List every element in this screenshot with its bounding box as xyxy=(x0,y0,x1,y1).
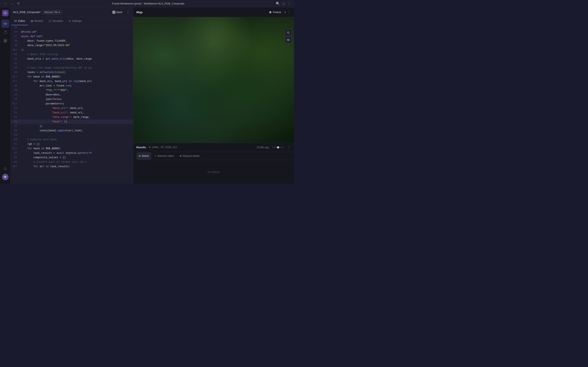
line-num-62: 62 ▾ xyxy=(11,146,20,151)
results-tab-stdout[interactable]: Stdout xyxy=(136,152,151,160)
extensions-button[interactable]: ◻ xyxy=(282,2,285,6)
code-line-62: 62 ▾ for band in RGB_BANDS: xyxy=(11,146,133,151)
code-line-35: 35 xyxy=(11,25,133,30)
freeze-button[interactable]: Freeze xyxy=(267,10,283,15)
svg-rect-11 xyxy=(113,11,114,12)
zoom-button[interactable]: 🔍 xyxy=(276,2,280,6)
line-num-57: 57 xyxy=(11,124,20,128)
line-num-63: 63 xyxy=(11,151,20,155)
results-slider-track xyxy=(272,147,284,148)
line-content-65: # Convert back to format with nan's xyxy=(20,160,133,164)
line-num-64: 64 xyxy=(11,155,20,160)
main-layout: M HLS_RGB_Composite* Manual: Tile ▾ Save… xyxy=(0,7,294,184)
tab-settings[interactable]: ⚙ Settings xyxy=(66,17,85,25)
editor-header: HLS_RGB_Composite* Manual: Tile ▾ Save ⋮ xyxy=(11,7,133,17)
line-content-57: }) xyxy=(20,124,133,128)
line-content-55: "date_range": date_range, xyxy=(20,115,133,119)
code-line-38: 38 bbox: fused.types.TileGDF, xyxy=(11,39,133,43)
settings-tab-icon: ⚙ xyxy=(69,20,71,22)
code-line-46: 46 ▾ for band in RGB_BANDS: xyxy=(11,75,133,79)
manual-tile-badge[interactable]: Manual: Tile ▾ xyxy=(42,10,62,15)
line-num-54: 54 xyxy=(11,110,20,115)
tab-module[interactable]: ▦ Module xyxy=(28,17,46,25)
line-content-42: band_urls = get_band_urls(bbox, date_ran… xyxy=(20,57,133,61)
logo[interactable] xyxy=(1,9,9,17)
editor-tabs: ⟨/⟩ Editor ▦ Module ◫ Visualize ⚙ Settin… xyxy=(11,17,133,25)
code-line-48: 48 arr_task = fused.run( xyxy=(11,83,133,88)
svg-point-17 xyxy=(287,32,289,33)
code-line-63: 63 task_results = await asyncio.gather(*… xyxy=(11,151,133,155)
tab-visualize[interactable]: ◫ Visualize xyxy=(46,17,66,25)
code-editor[interactable]: 35 36 @fused.udf 37 async def udf( 38 bb… xyxy=(11,25,133,184)
code-line-41: 41 # Query STAC catalog xyxy=(11,52,133,57)
code-line-37: 37 async def udf( xyxy=(11,34,133,39)
map-controls xyxy=(285,29,292,43)
editor-more-button[interactable]: ⋮ xyxy=(126,9,130,15)
back-button[interactable]: ← xyxy=(3,1,8,6)
map-search-button[interactable] xyxy=(285,29,292,36)
tab-editor[interactable]: ⟨/⟩ Editor xyxy=(11,17,28,25)
code-line-58: 58 tasks[band].append(arr_task) xyxy=(11,128,133,133)
line-num-37: 37 xyxy=(11,34,20,39)
line-num-46: 46 ▾ xyxy=(11,75,20,79)
line-content-39: date_range="2023-05/2023-06" xyxy=(20,43,133,48)
sidebar-item-files[interactable] xyxy=(1,28,9,36)
results-more-button[interactable]: ⋮ xyxy=(287,145,291,149)
titlebar-title: Fused Workbench (prod) - Workbench HLS_R… xyxy=(112,2,184,5)
line-content-49: "fsh_*****B3F", xyxy=(20,88,133,92)
visualize-tab-icon: ◫ xyxy=(49,20,51,22)
user-avatar[interactable]: M xyxy=(2,174,9,180)
sidebar-icons: M xyxy=(0,7,11,184)
forward-button[interactable]: → xyxy=(10,1,15,6)
sidebar-item-share[interactable] xyxy=(1,37,9,45)
line-num-38: 38 xyxy=(11,39,20,43)
menu-button[interactable]: ⋮ xyxy=(287,2,291,6)
svg-point-9 xyxy=(4,167,7,170)
results-slider[interactable] xyxy=(272,147,284,148)
svg-rect-7 xyxy=(4,41,5,42)
line-content-56: "mask": 1| xyxy=(20,119,133,124)
code-lines[interactable]: 35 36 @fused.udf 37 async def udf( 38 bb… xyxy=(11,25,133,184)
svg-rect-1 xyxy=(4,23,7,24)
code-line-36: 36 @fused.udf xyxy=(11,30,133,34)
line-content-64: composite_values = [] xyxy=(20,155,133,160)
line-num-43: 43 xyxy=(11,61,20,66)
line-num-55: 55 xyxy=(11,115,20,119)
line-content-66: for arr in task_results: xyxy=(20,164,133,169)
line-content-47: for mask_url, band_url in zip(band_url xyxy=(20,79,133,83)
freeze-chevron-icon[interactable]: ▾ xyxy=(285,11,286,14)
save-button[interactable]: Save xyxy=(111,10,124,15)
sidebar-item-discord[interactable] xyxy=(1,165,9,173)
map-layers-button[interactable] xyxy=(285,37,292,43)
line-num-65: 65 xyxy=(11,160,20,164)
titlebar-actions: 🔍 ◻ ⋮ xyxy=(276,2,291,6)
line-content-40: ): xyxy=(20,48,133,52)
selected-object-tab-label: Selected object xyxy=(157,155,174,157)
line-content-38: bbox: fused.types.TileGDF, xyxy=(20,39,133,43)
map-panel: Map Freeze ▾ ⋮ xyxy=(133,7,294,184)
refresh-button[interactable]: ↻ xyxy=(16,1,21,6)
results-tab-request-details[interactable]: Request details xyxy=(177,152,202,160)
line-num-51: 51 xyxy=(11,97,20,101)
results-slider-thumb xyxy=(277,146,279,149)
code-line-56: 56 "mask": 1| xyxy=(11,119,133,124)
line-content-60: # Combine each band xyxy=(20,137,133,142)
line-content-53: "mask_url": mask_url, xyxy=(20,106,133,110)
tab-module-label: Module xyxy=(34,19,43,22)
sidebar-icon-group-top xyxy=(1,20,9,45)
results-tab-selected-object[interactable]: Selected object xyxy=(152,152,177,160)
map-overlay xyxy=(133,17,294,143)
line-content-45: tasks = defaultdict(list) xyxy=(20,70,133,75)
code-line-61: 61 rgb = [] xyxy=(11,142,133,146)
line-num-61: 61 xyxy=(11,142,20,146)
request-details-tab-label: Request details xyxy=(183,155,200,157)
code-line-43: 43 xyxy=(11,61,133,66)
freeze-divider xyxy=(284,10,284,14)
stdout-tab-indicator xyxy=(139,155,140,157)
editor-tab-icon: ⟨/⟩ xyxy=(14,20,17,22)
map-more-button[interactable]: ⋮ xyxy=(287,10,291,14)
line-num-60: 60 xyxy=(11,137,20,142)
line-num-66: 66 ▾ xyxy=(11,164,20,169)
map-canvas[interactable] xyxy=(133,17,294,143)
sidebar-item-layers[interactable] xyxy=(1,20,9,28)
